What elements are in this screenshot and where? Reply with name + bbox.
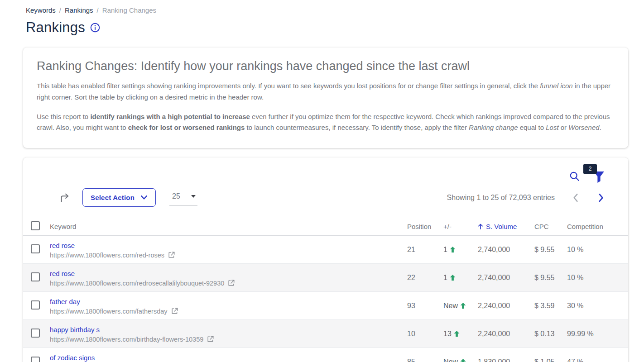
ranking-table-card: 2 Select Action 25 Showing 1 to 25 of 72…: [23, 157, 628, 362]
page-size-value: 25: [172, 192, 180, 200]
volume-cell: 2,240,000: [478, 302, 534, 310]
position-cell: 93: [407, 302, 443, 310]
table-row: red rose https://www.1800flowers.com/red…: [23, 264, 628, 292]
pagination-prev-button[interactable]: [565, 194, 586, 202]
header-change[interactable]: +/-: [443, 223, 478, 230]
change-cell: 13: [443, 330, 478, 338]
filter-funnel-button[interactable]: 2: [593, 171, 605, 183]
position-cell: 10: [407, 330, 443, 338]
external-link-icon[interactable]: [171, 308, 178, 314]
table-row: happy birthday s https://www.1800flowers…: [23, 320, 628, 348]
chevron-left-icon: [573, 194, 578, 202]
position-cell: 22: [407, 274, 443, 282]
change-value: New: [443, 302, 458, 310]
select-action-dropdown[interactable]: Select Action: [82, 188, 156, 207]
keyword-url: https://www.1800flowers.com/redrosecalla…: [50, 280, 407, 287]
intro-paragraph-1: This table has enabled filter settings s…: [37, 81, 615, 103]
table-body: red rose https://www.1800flowers.com/red…: [23, 236, 628, 362]
table-row: father day https://www.1800flowers.com/f…: [23, 292, 628, 320]
competition-cell: 30 %: [567, 302, 628, 310]
keyword-cell: father day https://www.1800flowers.com/f…: [50, 297, 407, 315]
intro-p2-text: or: [559, 124, 569, 131]
header-cpc[interactable]: CPC: [534, 223, 567, 230]
row-checkbox[interactable]: [31, 272, 40, 281]
keyword-url: https://www.1800flowers.com/red-roses: [50, 252, 407, 259]
caret-down-icon: [191, 195, 196, 198]
change-cell: 1: [443, 246, 478, 254]
showing-entries-text: Showing 1 to 25 of 72,093 entries: [447, 194, 555, 202]
header-position[interactable]: Position: [407, 223, 443, 230]
row-checkbox-cell: [23, 244, 50, 255]
position-cell: 85: [407, 358, 443, 362]
table-toolbar: Select Action 25 Showing 1 to 25 of 72,0…: [23, 187, 628, 214]
keyword-cell: happy birthday s https://www.1800flowers…: [50, 325, 407, 343]
volume-cell: 1,830,000: [478, 358, 534, 362]
filter-count-badge: 2: [583, 164, 597, 174]
pagination-next-button[interactable]: [590, 194, 612, 202]
cpc-cell: $ 9.55: [534, 274, 567, 282]
row-checkbox[interactable]: [31, 300, 40, 310]
header-volume[interactable]: S. Volume: [478, 223, 534, 230]
row-checkbox-cell: [23, 300, 50, 311]
export-icon[interactable]: [59, 192, 70, 203]
intro-p2-bold-increase: identify rankings with a high potential …: [90, 113, 250, 120]
select-all-checkbox[interactable]: [31, 221, 40, 230]
breadcrumb-separator: /: [59, 6, 61, 14]
keyword-link[interactable]: father day: [50, 298, 80, 305]
chevron-down-icon: [141, 195, 147, 200]
select-action-label: Select Action: [91, 194, 135, 201]
volume-cell: 2,740,000: [478, 274, 534, 282]
keyword-cell: red rose https://www.1800flowers.com/red…: [50, 241, 407, 259]
keyword-link[interactable]: red rose: [50, 270, 75, 277]
header-competition[interactable]: Competition: [567, 223, 628, 230]
cpc-cell: $ 9.55: [534, 246, 567, 254]
breadcrumb-keywords[interactable]: Keywords: [26, 6, 56, 14]
row-checkbox[interactable]: [31, 329, 40, 338]
chevron-right-icon: [598, 194, 604, 202]
arrow-up-icon: [460, 359, 466, 362]
volume-cell: 2,740,000: [478, 246, 534, 254]
intro-p2-text: to launch countermeasures, if necessary.…: [245, 124, 469, 131]
change-cell: New: [443, 358, 478, 362]
competition-cell: 99.99 %: [567, 330, 628, 338]
url-text: https://www.1800flowers.com/redrosecalla…: [50, 280, 224, 287]
intro-p2-lost-ref: Lost: [546, 124, 558, 131]
page-size-select[interactable]: 25: [169, 190, 197, 205]
change-value: 1: [443, 246, 447, 254]
position-cell: 21: [407, 246, 443, 254]
breadcrumb-rankings[interactable]: Rankings: [65, 6, 93, 14]
external-link-icon[interactable]: [207, 336, 214, 343]
intro-p1-funnel-ref: funnel icon: [540, 82, 573, 90]
page-title: Rankings: [26, 19, 85, 36]
intro-p2-text: .: [600, 124, 601, 131]
keyword-link[interactable]: of zodiac signs: [50, 354, 95, 362]
row-checkbox[interactable]: [31, 244, 40, 253]
external-link-icon[interactable]: [228, 280, 235, 286]
change-cell: New: [443, 302, 478, 310]
external-link-icon[interactable]: [168, 252, 175, 258]
keyword-link[interactable]: red rose: [50, 242, 75, 249]
table-header-row: Keyword Position +/- S. Volume CPC Compe…: [23, 218, 628, 236]
header-keyword[interactable]: Keyword: [50, 223, 407, 230]
breadcrumb-current: Ranking Changes: [102, 6, 156, 14]
row-checkbox-cell: [23, 357, 50, 362]
cpc-cell: $ 3.59: [534, 302, 567, 310]
volume-cell: 2,240,000: [478, 330, 534, 338]
competition-cell: 10 %: [567, 246, 628, 254]
intro-p1-text: This table has enabled filter settings s…: [37, 82, 540, 90]
change-value: 13: [443, 330, 452, 338]
row-checkbox-cell: [23, 329, 50, 339]
info-icon[interactable]: [90, 23, 100, 33]
url-text: https://www.1800flowers.com/fathersday: [50, 308, 168, 315]
keyword-link[interactable]: happy birthday s: [50, 326, 100, 333]
row-checkbox[interactable]: [31, 357, 40, 362]
breadcrumb: Keywords / Rankings / Ranking Changes: [0, 0, 644, 14]
arrow-up-icon: [454, 331, 460, 337]
change-value: 1: [443, 274, 447, 282]
intro-p2-text: Use this report to: [37, 113, 90, 120]
intro-p2-worsened-ref: Worsened: [568, 124, 599, 131]
competition-cell: 10 %: [567, 274, 628, 282]
keyword-cell: of zodiac signs https://www.1800flowers.…: [50, 353, 407, 362]
keyword-cell: red rose https://www.1800flowers.com/red…: [50, 269, 407, 287]
search-icon[interactable]: [569, 171, 580, 181]
